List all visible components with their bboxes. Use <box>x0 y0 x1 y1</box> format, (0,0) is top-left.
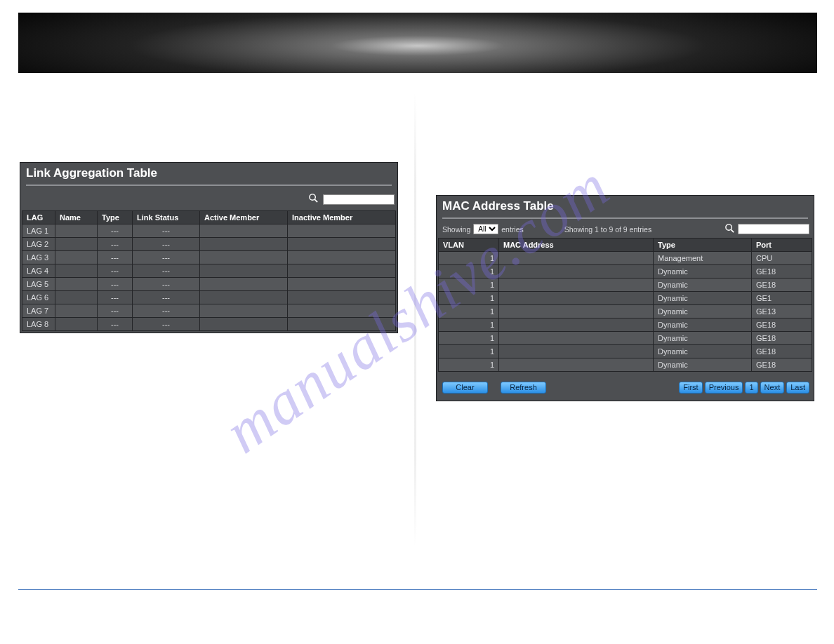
mac-address-title: MAC Address Table <box>437 196 814 217</box>
pager-next-button[interactable]: Next <box>760 382 785 394</box>
svg-line-3 <box>731 229 734 232</box>
mac-address-table: VLAN MAC Address Type Port 1ManagementCP… <box>438 238 812 372</box>
refresh-button[interactable]: Refresh <box>501 382 546 394</box>
table-row[interactable]: LAG 4------ <box>22 264 396 278</box>
col-inactive-member[interactable]: Inactive Member <box>288 211 396 224</box>
pager-page-button[interactable]: 1 <box>745 382 757 394</box>
col-link-status[interactable]: Link Status <box>133 211 200 224</box>
table-row[interactable]: 1DynamicGE18 <box>439 279 812 292</box>
mac-buttons-row: Clear Refresh First Previous 1 Next Last <box>437 373 814 401</box>
link-agg-search-bar <box>20 186 397 210</box>
page-divider <box>414 91 416 547</box>
mac-address-panel: MAC Address Table Showing All entries Sh… <box>436 195 814 401</box>
showing-label: Showing <box>442 225 470 234</box>
col-type[interactable]: Type <box>98 211 133 224</box>
table-row[interactable]: LAG 5------ <box>22 278 396 291</box>
search-icon <box>724 223 735 235</box>
table-row[interactable]: 1DynamicGE18 <box>439 358 812 372</box>
mac-tbody: 1ManagementCPU 1DynamicGE18 1DynamicGE18… <box>439 252 812 372</box>
col-vlan[interactable]: VLAN <box>439 239 499 252</box>
table-row[interactable]: LAG 6------ <box>22 291 396 304</box>
svg-line-1 <box>315 199 317 202</box>
col-name[interactable]: Name <box>55 211 98 224</box>
table-row[interactable]: 1DynamicGE1 <box>439 292 812 305</box>
clear-button[interactable]: Clear <box>442 382 488 394</box>
showing-summary: Showing 1 to 9 of 9 entries <box>564 225 651 234</box>
table-row[interactable]: LAG 8------ <box>22 318 396 331</box>
table-row[interactable]: LAG 2------ <box>22 238 396 251</box>
table-row[interactable]: 1DynamicGE18 <box>439 332 812 345</box>
link-aggregation-panel: Link Aggregation Table LAG Name Type Lin… <box>20 162 398 333</box>
col-mac-address[interactable]: MAC Address <box>499 239 654 252</box>
pager-first-button[interactable]: First <box>679 382 702 394</box>
entries-select[interactable]: All <box>473 224 498 234</box>
action-buttons: Clear Refresh <box>442 382 546 394</box>
svg-point-2 <box>726 224 732 230</box>
mac-search-input[interactable] <box>738 224 809 234</box>
table-row[interactable]: LAG 7------ <box>22 304 396 318</box>
table-row[interactable]: 1DynamicGE18 <box>439 345 812 358</box>
link-aggregation-table: LAG Name Type Link Status Active Member … <box>22 210 396 331</box>
pager-previous-button[interactable]: Previous <box>705 382 743 394</box>
table-row[interactable]: LAG 3------ <box>22 251 396 264</box>
pager: First Previous 1 Next Last <box>679 382 809 394</box>
table-header-row: LAG Name Type Link Status Active Member … <box>22 211 396 224</box>
col-port[interactable]: Port <box>752 239 812 252</box>
table-row[interactable]: 1DynamicGE13 <box>439 305 812 318</box>
header-banner <box>18 13 817 73</box>
col-type[interactable]: Type <box>654 239 752 252</box>
col-lag[interactable]: LAG <box>22 211 55 224</box>
link-agg-search-input[interactable] <box>323 194 395 205</box>
search-icon <box>308 193 319 206</box>
link-agg-tbody: LAG 1------ LAG 2------ LAG 3------ LAG … <box>22 224 396 331</box>
col-active-member[interactable]: Active Member <box>200 211 288 224</box>
svg-point-0 <box>310 194 315 200</box>
table-row[interactable]: LAG 1------ <box>22 224 396 238</box>
mac-controls-row: Showing All entries Showing 1 to 9 of 9 … <box>437 219 814 238</box>
table-header-row: VLAN MAC Address Type Port <box>439 239 812 252</box>
entries-label: entries <box>501 225 524 234</box>
table-row[interactable]: 1ManagementCPU <box>439 252 812 265</box>
footer-divider <box>18 589 817 590</box>
link-aggregation-title: Link Aggregation Table <box>20 163 397 185</box>
pager-last-button[interactable]: Last <box>786 382 809 394</box>
table-row[interactable]: 1DynamicGE18 <box>439 318 812 332</box>
table-row[interactable]: 1DynamicGE18 <box>439 265 812 279</box>
